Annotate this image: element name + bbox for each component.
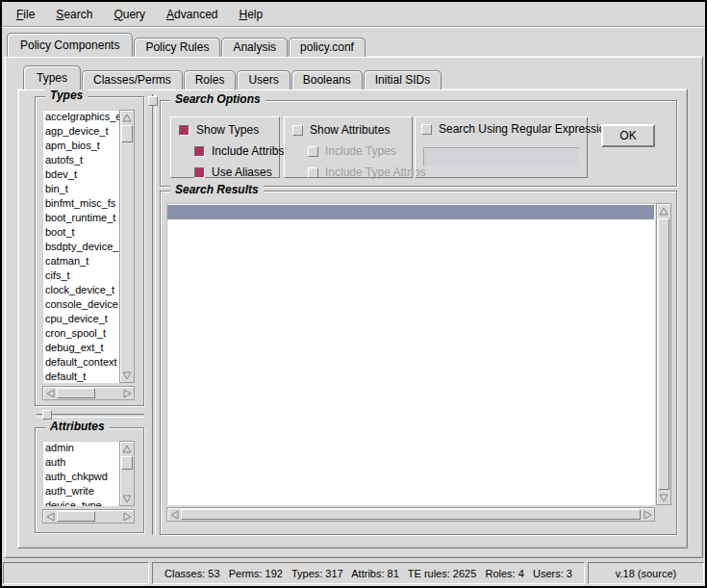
main-tab-bar: Policy Components Policy Rules Analysis … [7, 33, 366, 57]
types-list-item[interactable]: cpu_device_t [42, 312, 119, 326]
apol-window: File Search Query Advanced Help Policy C… [0, 0, 707, 588]
attributes-horizontal-scrollbar[interactable] [42, 509, 135, 524]
regex-input[interactable] [423, 147, 579, 166]
status-left-panel [3, 562, 149, 584]
types-listbox[interactable]: accelgraphics_eagp_device_tapm_bios_taut… [42, 110, 119, 383]
attributes-list-item[interactable]: device_type [42, 499, 119, 506]
tab-types[interactable]: Types [23, 65, 81, 89]
status-stats: Classes: 53 Perms: 192 Types: 317 Attrib… [152, 562, 585, 584]
status-bar: Classes: 53 Perms: 192 Types: 317 Attrib… [3, 562, 704, 584]
types-list-item[interactable]: accelgraphics_e [42, 110, 119, 124]
types-list-item[interactable]: binfmt_misc_fs [42, 196, 119, 211]
regex-group: Search Using Regular Expression [415, 116, 588, 178]
scroll-down-icon[interactable] [657, 491, 670, 504]
scroll-up-icon[interactable] [120, 111, 134, 124]
results-horizontal-scrollbar[interactable] [166, 507, 655, 522]
menu-help[interactable]: Help [228, 5, 273, 24]
include-type-attribs-checkbox[interactable]: Include Type Attribs [308, 166, 426, 179]
scroll-up-icon[interactable] [120, 442, 134, 455]
search-results-label: Search Results [170, 183, 264, 196]
tab-policy-rules[interactable]: Policy Rules [134, 38, 220, 57]
scroll-left-icon[interactable] [43, 510, 57, 523]
search-results-groupbox: Search Results [160, 191, 677, 535]
types-list-item[interactable]: cifs_t [42, 268, 119, 283]
scrollbar-thumb[interactable] [57, 388, 95, 398]
attributes-listbox[interactable]: adminauthauth_chkpwdauth_writedevice_typ… [42, 441, 119, 506]
attributes-list-item[interactable]: admin [42, 441, 119, 455]
types-list-item[interactable]: cron_spool_t [42, 326, 119, 341]
tab-initial-sids[interactable]: Initial SIDs [364, 70, 442, 89]
types-list-item[interactable]: debug_ext_t [42, 341, 119, 355]
types-vertical-scrollbar[interactable] [119, 110, 135, 383]
attributes-group-label: Attributes [45, 420, 110, 433]
show-types-group: Show Types Include Attribs Use Aliases [170, 116, 280, 178]
checkbox-unchecked-icon[interactable] [292, 125, 303, 136]
tab-analysis[interactable]: Analysis [221, 38, 288, 57]
sash-handle[interactable] [42, 410, 52, 420]
tab-classes-perms[interactable]: Classes/Perms [82, 70, 183, 89]
types-list-item[interactable]: agp_device_t [42, 124, 119, 139]
scrollbar-thumb[interactable] [57, 511, 95, 522]
checkbox-unchecked-icon[interactable] [421, 124, 432, 135]
menu-file[interactable]: File [6, 5, 45, 24]
types-list-item[interactable]: bin_t [42, 182, 119, 196]
tab-policy-conf[interactable]: policy.conf [289, 38, 366, 57]
scroll-right-icon[interactable] [120, 387, 134, 399]
scroll-down-icon[interactable] [120, 492, 134, 505]
scroll-left-icon[interactable] [167, 508, 181, 521]
menu-advanced[interactable]: Advanced [156, 5, 228, 24]
search-results-text[interactable] [166, 203, 655, 505]
include-types-checkbox[interactable]: Include Types [308, 144, 396, 158]
scroll-left-icon[interactable] [43, 387, 57, 399]
types-list-item[interactable]: apm_bios_t [42, 139, 119, 153]
show-attributes-group: Show Attributes Include Types Include Ty… [284, 116, 413, 178]
results-vertical-scrollbar[interactable] [656, 203, 671, 505]
search-options-label: Search Options [170, 92, 265, 106]
types-list-item[interactable]: default_t [42, 370, 119, 383]
search-options-groupbox: Search Options Show Types Include Attrib… [160, 100, 677, 187]
scrollbar-thumb[interactable] [181, 509, 641, 520]
ok-button[interactable]: OK [601, 124, 655, 147]
attributes-vertical-scrollbar[interactable] [119, 441, 135, 506]
scroll-right-icon[interactable] [120, 510, 134, 523]
types-list-item[interactable]: boot_runtime_t [42, 211, 119, 225]
types-list-item[interactable]: bdev_t [42, 167, 119, 182]
panes-sash[interactable] [148, 94, 158, 535]
attributes-list-item[interactable]: auth_chkpwd [42, 470, 119, 484]
attributes-list-item[interactable]: auth_write [42, 484, 119, 499]
menu-query[interactable]: Query [103, 5, 156, 24]
types-horizontal-scrollbar[interactable] [42, 386, 135, 400]
checkbox-checked-icon[interactable] [194, 167, 205, 178]
tab-booleans[interactable]: Booleans [291, 70, 363, 89]
attributes-list-item[interactable]: auth [42, 455, 119, 470]
checkbox-checked-icon[interactable] [179, 125, 189, 136]
types-list-item[interactable]: autofs_t [42, 153, 119, 167]
left-pane-sash[interactable] [37, 410, 144, 420]
scrollbar-thumb[interactable] [121, 456, 133, 470]
regex-checkbox[interactable]: Search Using Regular Expression [421, 122, 612, 136]
include-attribs-checkbox[interactable]: Include Attribs [194, 144, 284, 158]
show-types-checkbox[interactable]: Show Types [179, 123, 259, 137]
types-list-item[interactable]: bsdpty_device_ [42, 240, 119, 254]
use-aliases-checkbox[interactable]: Use Aliases [194, 166, 272, 179]
scrollbar-thumb[interactable] [121, 125, 133, 142]
types-group-label: Types [45, 89, 88, 102]
types-list-item[interactable]: default_context [42, 355, 119, 370]
scroll-down-icon[interactable] [120, 369, 134, 382]
checkbox-disabled-icon [308, 146, 318, 157]
show-attributes-checkbox[interactable]: Show Attributes [292, 123, 390, 137]
types-list-item[interactable]: console_device [42, 297, 119, 312]
sash-line [37, 414, 144, 418]
checkbox-checked-icon[interactable] [194, 146, 205, 157]
types-list-item[interactable]: boot_t [42, 225, 119, 240]
tab-roles[interactable]: Roles [184, 70, 237, 89]
sash-handle[interactable] [148, 96, 158, 106]
tab-policy-components[interactable]: Policy Components [7, 33, 133, 57]
tab-users[interactable]: Users [237, 70, 290, 89]
types-list-item[interactable]: clock_device_t [42, 283, 119, 297]
scroll-right-icon[interactable] [641, 508, 654, 521]
types-list-item[interactable]: catman_t [42, 254, 119, 268]
scrollbar-thumb[interactable] [658, 218, 669, 490]
scroll-up-icon[interactable] [657, 204, 670, 217]
menu-search[interactable]: Search [45, 5, 103, 24]
